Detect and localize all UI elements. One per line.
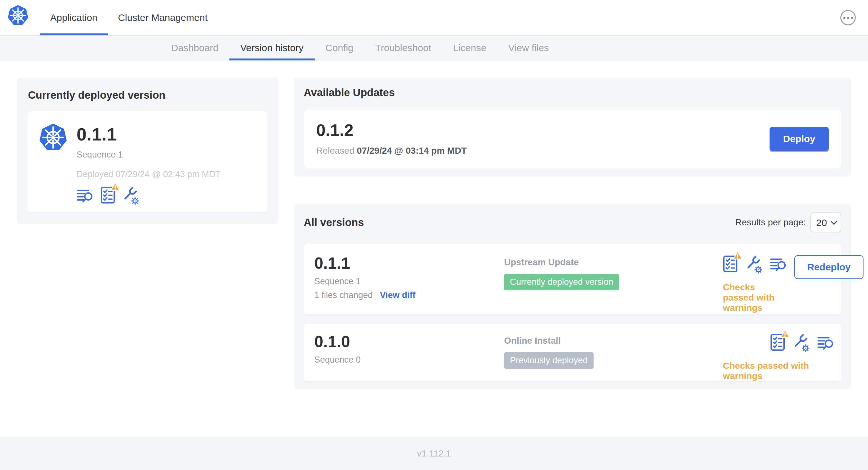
currently-deployed-section: Currently deployed version 0.1.1 Sequenc…: [17, 77, 278, 224]
main-content: Currently deployed version 0.1.1 Sequenc…: [0, 61, 868, 437]
console-version-label: v1.112.1: [417, 448, 451, 459]
row-version-label: 0.1.0: [314, 334, 504, 350]
preflight-checks-icon[interactable]: [100, 187, 115, 205]
footer: v1.112.1: [0, 437, 868, 470]
app-kubernetes-icon: [39, 123, 67, 150]
tab-version-history[interactable]: Version history: [229, 36, 315, 60]
version-source-label: Upstream Update: [504, 255, 723, 267]
all-versions-title: All versions: [304, 216, 364, 229]
row-sequence-label: Sequence 0: [314, 355, 504, 365]
preflight-checks-icon[interactable]: [723, 255, 738, 274]
tab-config[interactable]: Config: [315, 36, 365, 60]
ellipsis-icon: [847, 17, 849, 19]
row-sequence-label: Sequence 1: [314, 276, 504, 287]
update-card: 0.1.2 Released 07/29/24 @ 03:14 pm MDT D…: [304, 110, 841, 168]
view-diff-link[interactable]: View diff: [380, 290, 416, 300]
redeploy-button[interactable]: Redeploy: [794, 255, 864, 279]
edit-config-icon[interactable]: [122, 187, 140, 205]
warning-triangle-icon: [733, 251, 743, 260]
app-subnav: Dashboard Version history Config Trouble…: [0, 36, 868, 61]
files-changed-label: 1 files changed: [314, 290, 373, 300]
current-deployed-timestamp: Deployed 07/29/24 @ 02:43 pm MDT: [76, 169, 221, 179]
deploy-logs-icon[interactable]: [817, 336, 835, 350]
top-header: Application Cluster Management: [0, 0, 868, 36]
deploy-button[interactable]: Deploy: [770, 127, 829, 151]
currently-deployed-badge: Currently deployed version: [504, 274, 619, 290]
overflow-menu-button[interactable]: [840, 10, 856, 25]
preflight-checks-icon[interactable]: [770, 334, 785, 352]
tab-license[interactable]: License: [442, 36, 497, 60]
tab-application[interactable]: Application: [40, 0, 108, 35]
ellipsis-icon: [851, 17, 853, 19]
currently-deployed-card: 0.1.1 Sequence 1 Deployed 07/29/24 @ 02:…: [28, 111, 267, 212]
results-per-page-select[interactable]: 20: [810, 212, 841, 232]
ellipsis-icon: [843, 17, 845, 19]
deploy-logs-icon[interactable]: [770, 257, 787, 272]
row-version-label: 0.1.1: [314, 255, 504, 271]
kubernetes-logo-icon: [8, 4, 28, 25]
available-updates-section: Available Updates 0.1.2 Released 07/29/2…: [294, 77, 851, 176]
tab-view-files[interactable]: View files: [497, 36, 560, 60]
release-notes-icon[interactable]: [76, 189, 94, 203]
previously-deployed-badge: Previously deployed: [504, 352, 594, 369]
current-version-label: 0.1.1: [76, 125, 221, 143]
results-per-page-label: Results per page:: [736, 217, 806, 228]
warning-triangle-icon: [780, 329, 790, 339]
version-row-0.1.0: 0.1.0 Sequence 0 Online Install Previous…: [304, 324, 841, 381]
currently-deployed-title: Currently deployed version: [28, 89, 267, 101]
all-versions-section: All versions Results per page: 20 0.1.1 …: [294, 203, 851, 389]
warning-triangle-icon: [110, 182, 120, 192]
update-version-label: 0.1.2: [316, 122, 467, 139]
version-row-0.1.1: 0.1.1 Sequence 1 1 files changed View di…: [304, 244, 841, 315]
edit-config-icon[interactable]: [745, 256, 763, 274]
header-tabs: Application Cluster Management: [40, 0, 218, 35]
edit-config-icon[interactable]: [792, 334, 810, 352]
tab-troubleshoot[interactable]: Troubleshoot: [364, 36, 442, 60]
tab-cluster-management[interactable]: Cluster Management: [108, 0, 218, 35]
update-released-line: Released 07/29/24 @ 03:14 pm MDT: [316, 146, 467, 156]
preflight-status-link[interactable]: Checks passed with warnings: [723, 282, 787, 313]
available-updates-title: Available Updates: [304, 87, 841, 99]
tab-dashboard[interactable]: Dashboard: [160, 36, 229, 60]
update-released-date: 07/29/24 @ 03:14 pm MDT: [357, 146, 467, 156]
current-sequence-label: Sequence 1: [76, 150, 221, 160]
version-source-label: Online Install: [504, 334, 723, 346]
preflight-status-link[interactable]: Checks passed with warnings: [723, 361, 835, 381]
